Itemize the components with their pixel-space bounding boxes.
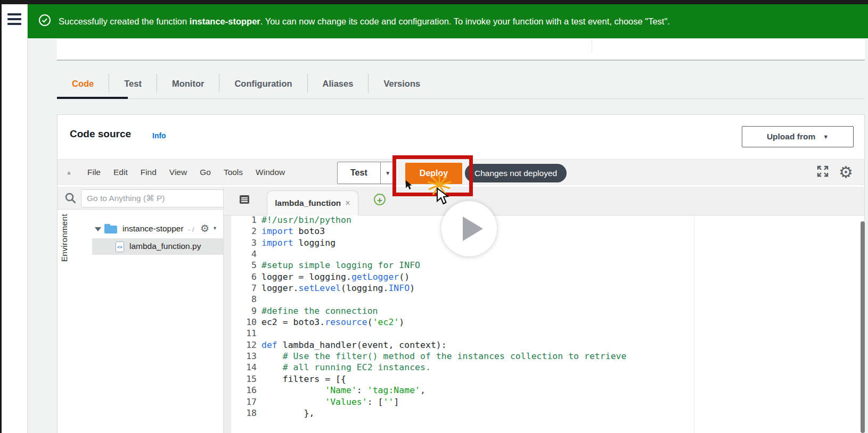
line-number: 11 <box>231 328 257 339</box>
active-tab-underline <box>57 97 128 99</box>
card-divider <box>592 39 592 52</box>
menu-view[interactable]: View <box>163 168 193 177</box>
code-line: # all running EC2 instances. <box>261 362 626 373</box>
tab-monitor[interactable]: Monitor <box>157 79 219 89</box>
code-line: filters = [{ <box>261 373 626 385</box>
code-line: logger.setLevel(logging.INFO) <box>261 282 626 294</box>
function-tabs-bar: CodeTestMonitorConfigurationAliasesVersi… <box>57 68 865 99</box>
hamburger-menu-icon[interactable] <box>7 13 21 26</box>
editor-window-icons: ⚙ <box>816 160 853 185</box>
code-line <box>261 294 626 305</box>
fullscreen-icon[interactable] <box>816 165 829 180</box>
new-tab-icon[interactable]: + <box>374 194 386 205</box>
upload-from-button[interactable]: Upload from ▼ <box>742 126 854 147</box>
flashbar-message: Successfully created the function instan… <box>59 16 670 27</box>
folder-icon <box>104 226 117 234</box>
line-number: 5 <box>231 260 257 271</box>
tab-versions[interactable]: Versions <box>369 79 435 89</box>
code-source-title: Code source <box>70 128 131 140</box>
video-play-button[interactable] <box>441 201 497 256</box>
environment-panel-label[interactable]: Environment <box>60 214 69 262</box>
settings-gear-icon[interactable]: ⚙ <box>839 164 853 180</box>
folder-expand-caret[interactable] <box>95 227 101 231</box>
info-link[interactable]: Info <box>152 131 166 140</box>
tab-test[interactable]: Test <box>109 79 157 89</box>
play-icon <box>463 216 483 241</box>
menu-go[interactable]: Go <box>193 168 217 177</box>
tree-settings-gear-icon[interactable]: ⚙ <box>200 222 209 234</box>
cursor-arrow-small-icon <box>405 180 413 193</box>
line-number: 18 <box>231 407 257 419</box>
code-line: logger = logging.getLogger() <box>261 271 626 282</box>
editor-right-divider <box>694 215 694 433</box>
tree-file-row-selected[interactable]: <> lambda_function.py <box>92 238 223 255</box>
python-file-icon: <> <box>116 242 124 252</box>
page-scrollbar-thumb[interactable] <box>861 221 865 433</box>
menu-tools[interactable]: Tools <box>217 168 249 177</box>
menu-edit[interactable]: Edit <box>107 168 134 177</box>
line-number: 7 <box>231 282 257 294</box>
search-icon <box>64 191 77 205</box>
editor-menu: FileEditFindViewGoToolsWindow <box>81 160 291 185</box>
function-tabs: CodeTestMonitorConfigurationAliasesVersi… <box>57 68 865 99</box>
code-lines[interactable]: #!/usr/bin/pythonimport boto3import logg… <box>261 214 626 419</box>
collapse-editor-icon[interactable]: ▲ <box>66 169 72 176</box>
line-number: 14 <box>231 362 257 373</box>
menu-window[interactable]: Window <box>249 168 291 177</box>
line-number: 17 <box>231 396 257 407</box>
code-line: #define the connection <box>261 305 626 317</box>
top-black-bar <box>0 0 868 4</box>
line-number: 1 <box>231 214 257 226</box>
code-line: 'Values': [''] <box>261 396 626 407</box>
code-line <box>261 248 626 260</box>
menu-find[interactable]: Find <box>134 168 163 177</box>
line-number: 2 <box>231 226 257 237</box>
line-number: 6 <box>231 271 257 282</box>
test-split-button[interactable]: Test ▼ <box>337 162 396 184</box>
line-number: 13 <box>231 351 257 362</box>
editor-tabbar: lambda_function × + <box>224 187 864 215</box>
line-number: 12 <box>231 339 257 351</box>
line-number: 9 <box>231 305 257 317</box>
code-line: # Use the filter() method of the instanc… <box>261 351 626 362</box>
menu-file[interactable]: File <box>81 168 107 177</box>
close-tab-icon[interactable]: × <box>345 198 350 208</box>
function-name: instance-stopper <box>190 16 260 26</box>
code-line: #setup simple logging for INFO <box>261 260 626 271</box>
line-number: 8 <box>231 294 257 305</box>
line-number: 4 <box>231 248 257 260</box>
line-number: 15 <box>231 373 257 385</box>
check-circle-icon <box>38 14 51 29</box>
line-number: 3 <box>231 237 257 248</box>
gutter: 123456789101112131415161718 <box>231 214 257 419</box>
line-number: 10 <box>231 317 257 328</box>
tab-configuration[interactable]: Configuration <box>219 79 307 89</box>
tree-folder-path: - / <box>188 226 194 234</box>
tab-aliases[interactable]: Aliases <box>308 79 369 89</box>
test-button[interactable]: Test <box>338 162 380 184</box>
tree-gear-caret-icon: ▼ <box>212 226 217 231</box>
function-overview-card-bottom <box>57 39 865 61</box>
code-line: 'Name': 'tag:Name', <box>261 385 626 396</box>
code-line: }, <box>261 407 626 419</box>
tab-code[interactable]: Code <box>57 79 109 89</box>
tabs-baseline <box>57 98 865 99</box>
tree-file-name: lambda_function.py <box>129 242 201 251</box>
line-number: 16 <box>231 385 257 396</box>
goto-anything-input[interactable] <box>81 189 224 207</box>
editor-tab-lambda-function[interactable]: lambda_function × <box>267 190 358 215</box>
success-flashbar: Successfully created the function instan… <box>28 4 868 38</box>
aws-lambda-console: Successfully created the function instan… <box>0 0 868 433</box>
code-line <box>261 328 626 339</box>
cursor-arrow-icon <box>436 187 451 207</box>
goto-anything-row <box>58 187 223 210</box>
left-nav-rail <box>2 4 28 433</box>
tab-list-icon[interactable] <box>239 194 250 207</box>
chevron-down-icon: ▼ <box>823 134 829 140</box>
code-line: ec2 = boto3.resource('ec2') <box>261 317 626 328</box>
code-line: def lambda_handler(event, context): <box>261 339 626 351</box>
tree-folder-name[interactable]: instance-stopper <box>122 224 184 234</box>
changes-not-deployed-badge: Changes not deployed <box>465 164 567 182</box>
code-editor[interactable]: 123456789101112131415161718 #!/usr/bin/p… <box>224 215 864 433</box>
gutter-strip <box>224 215 231 433</box>
